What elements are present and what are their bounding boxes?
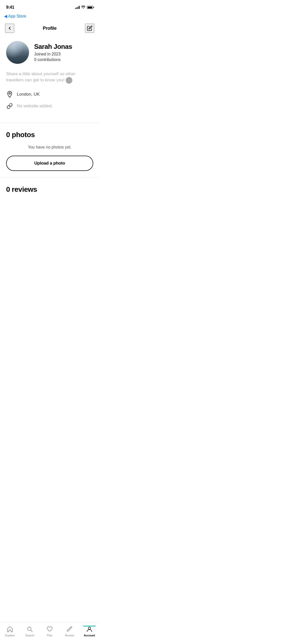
- status-icons: [75, 5, 93, 10]
- svg-point-0: [9, 93, 10, 94]
- page-title: Profile: [43, 26, 57, 31]
- divider-1: [0, 122, 99, 123]
- back-arrow-app-icon: ◀: [4, 14, 7, 19]
- location-text: London, UK: [17, 92, 40, 97]
- wifi-icon: [81, 5, 85, 10]
- info-section: London, UK No website added.: [0, 89, 99, 120]
- status-bar: 9:41: [0, 0, 99, 13]
- profile-section: Sarah Jonas Joined in 2023 0 contributio…: [0, 37, 99, 70]
- profile-joined: Joined in 2023: [34, 52, 93, 56]
- reviews-section: 0 reviews: [0, 179, 99, 204]
- location-icon: [6, 91, 13, 98]
- app-store-back[interactable]: ◀ App Store: [0, 13, 99, 21]
- profile-name: Sarah Jonas: [34, 43, 93, 50]
- content-area: Sarah Jonas Joined in 2023 0 contributio…: [0, 37, 99, 227]
- bio-section: Share a little about yourself so other t…: [0, 70, 99, 89]
- nav-header: Profile: [0, 21, 99, 37]
- signal-icon: [75, 6, 80, 9]
- profile-info: Sarah Jonas Joined in 2023 0 contributio…: [34, 41, 93, 62]
- profile-contributions: 0 contributions: [34, 57, 93, 62]
- avatar: [6, 41, 29, 64]
- website-text: No website added.: [17, 104, 53, 109]
- location-row: London, UK: [6, 91, 93, 98]
- battery-icon: [87, 6, 93, 9]
- bio-text: Share a little about yourself so other t…: [6, 71, 75, 82]
- photos-section: 0 photos You have no photos yet. Upload …: [0, 125, 99, 175]
- status-time: 9:41: [6, 5, 14, 10]
- upload-photo-button[interactable]: Upload a photo: [6, 156, 93, 171]
- website-row: No website added.: [6, 103, 93, 110]
- divider-2: [0, 177, 99, 177]
- reviews-title: 0 reviews: [6, 185, 93, 194]
- back-button[interactable]: [5, 24, 14, 33]
- app-store-label: App Store: [8, 14, 26, 19]
- link-icon: [6, 103, 13, 110]
- bio-dot-icon: [66, 77, 72, 84]
- photos-empty-text: You have no photos yet.: [6, 145, 93, 150]
- photos-title: 0 photos: [6, 131, 93, 139]
- edit-button[interactable]: [85, 24, 94, 33]
